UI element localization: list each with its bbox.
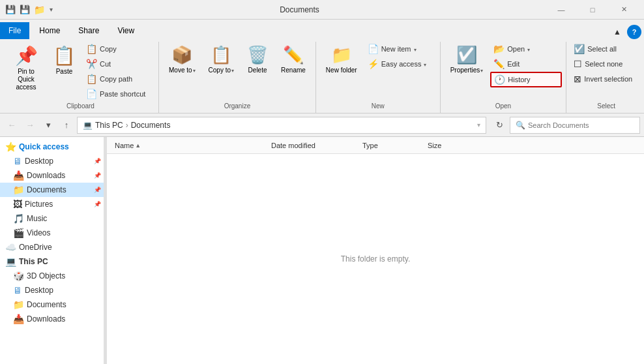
new-col: 📄 New item ▾ ⚡ Easy access ▾ — [364, 42, 436, 71]
column-size[interactable]: Size — [425, 142, 477, 149]
select-all-label: Select all — [587, 45, 617, 53]
videos-label: Videos — [27, 228, 101, 237]
downloads-label: Downloads — [27, 171, 90, 180]
downloads-pin-icon: 📌 — [94, 172, 101, 179]
desktop-pin-icon: 📌 — [94, 158, 101, 164]
quick-access-section-icon: ⭐ — [5, 142, 16, 152]
sidebar-item-downloads[interactable]: 📥 Downloads 📌 — [0, 168, 104, 183]
sidebar-item-documents2[interactable]: 📁 Documents — [0, 297, 104, 312]
copy-path-button[interactable]: 📋 Copy path — [83, 72, 154, 86]
open-label: Open ▾ — [507, 45, 530, 53]
open-label: Open — [445, 101, 563, 112]
ribbon-collapse-button[interactable]: ▲ — [610, 25, 624, 39]
ribbon-group-new: 📁 New folder 📄 New item ▾ ⚡ Easy access … — [316, 42, 441, 113]
open-button[interactable]: 📂 Open ▾ — [490, 42, 562, 56]
search-box[interactable]: 🔍 — [510, 117, 640, 134]
clipboard-col: 📋 Copy ✂️ Cut 📋 Copy path 📄 Paste shortc… — [83, 42, 154, 101]
search-input[interactable] — [528, 121, 634, 129]
tab-view[interactable]: View — [109, 22, 143, 39]
delete-button[interactable]: 🗑️ Delete — [241, 42, 274, 77]
sidebar-item-onedrive[interactable]: ☁️ OneDrive — [0, 240, 104, 254]
title-bar-icons: 💾 💾 📁 ▾ — [5, 5, 53, 15]
minimize-button[interactable]: — — [546, 0, 576, 20]
move-to-button[interactable]: 📦 Move to▾ — [163, 42, 201, 77]
paste-button[interactable]: 📋 Paste — [47, 42, 81, 78]
new-folder-icon: 📁 — [331, 45, 352, 65]
invert-selection-button[interactable]: ⊠ Invert selection — [570, 72, 642, 86]
back-button[interactable]: ← — [4, 117, 20, 133]
close-button[interactable]: ✕ — [609, 0, 639, 20]
clipboard-content: 📌 Pin to Quick access 📋 Paste 📋 Copy ✂️ … — [7, 42, 154, 101]
copy-button[interactable]: 📋 Copy — [83, 42, 154, 56]
select-none-button[interactable]: ☐ Select none — [570, 57, 642, 71]
pictures-pin-icon: 📌 — [94, 201, 101, 207]
sidebar-item-3dobjects[interactable]: 🎲 3D Objects — [0, 269, 104, 283]
tab-share[interactable]: Share — [70, 22, 108, 39]
copy-to-button[interactable]: 📋 Copy to▾ — [203, 42, 240, 77]
size-col-label: Size — [428, 142, 441, 149]
music-icon: 🎵 — [13, 213, 24, 224]
column-date[interactable]: Date modified — [269, 142, 360, 149]
history-label: History — [508, 76, 530, 83]
copy-label: Copy — [100, 45, 117, 53]
open-col: 📂 Open ▾ ✏️ Edit 🕐 History — [490, 42, 562, 87]
downloads2-icon: 📥 — [13, 314, 24, 324]
forward-button[interactable]: → — [22, 117, 38, 133]
maximize-button[interactable]: □ — [578, 0, 607, 20]
ribbon-group-clipboard: 📌 Pin to Quick access 📋 Paste 📋 Copy ✂️ … — [3, 42, 159, 113]
edit-button[interactable]: ✏️ Edit — [490, 57, 562, 71]
sidebar-item-pictures[interactable]: 🖼 Pictures 📌 — [0, 197, 104, 211]
sidebar-item-documents[interactable]: 📁 Documents 📌 — [0, 183, 104, 197]
documents-icon: 📁 — [13, 185, 24, 195]
file-content: This folder is empty. — [107, 154, 644, 364]
open-icon: 📂 — [493, 44, 505, 54]
rename-button[interactable]: ✏️ Rename — [275, 42, 312, 77]
paste-icon: 📋 — [53, 45, 76, 67]
edit-label: Edit — [507, 60, 520, 68]
rename-icon: ✏️ — [283, 45, 304, 65]
tab-home[interactable]: Home — [31, 22, 68, 39]
new-folder-button[interactable]: 📁 New folder — [320, 42, 363, 77]
history-button[interactable]: 🕐 History — [490, 72, 562, 87]
new-item-button[interactable]: 📄 New item ▾ — [364, 42, 436, 56]
sidebar-item-desktop[interactable]: 🖥 Desktop 📌 — [0, 154, 104, 168]
copy-to-icon: 📋 — [211, 45, 231, 65]
sidebar-item-downloads2[interactable]: 📥 Downloads — [0, 312, 104, 326]
help-button[interactable]: ? — [627, 25, 641, 39]
sidebar-item-desktop2[interactable]: 🖥 Desktop — [0, 283, 104, 297]
paste-shortcut-button[interactable]: 📄 Paste shortcut — [83, 87, 154, 101]
properties-button[interactable]: ☑️ Properties▾ — [445, 42, 490, 77]
recent-locations-button[interactable]: ▾ — [40, 117, 56, 133]
new-content: 📁 New folder 📄 New item ▾ ⚡ Easy access … — [320, 42, 436, 101]
address-path[interactable]: 💻 This PC › Documents ▾ — [77, 117, 486, 134]
column-type[interactable]: Type — [360, 142, 425, 149]
sidebar-item-videos[interactable]: 🎬 Videos — [0, 226, 104, 240]
pin-quick-access-button[interactable]: 📌 Pin to Quick access — [7, 42, 46, 95]
easy-access-button[interactable]: ⚡ Easy access ▾ — [364, 57, 436, 71]
select-col: ☑️ Select all ☐ Select none ⊠ Invert sel… — [570, 42, 642, 86]
delete-icon: 🗑️ — [247, 45, 268, 65]
sidebar-item-quick-access[interactable]: ⭐ Quick access — [0, 140, 104, 154]
date-col-label: Date modified — [271, 142, 315, 149]
ribbon-group-organize: 📦 Move to▾ 📋 Copy to▾ 🗑️ Delete ✏️ Renam… — [159, 42, 316, 113]
tab-file[interactable]: File — [0, 22, 29, 39]
refresh-button[interactable]: ↻ — [491, 117, 507, 133]
sidebar-item-music[interactable]: 🎵 Music — [0, 211, 104, 226]
select-all-button[interactable]: ☑️ Select all — [570, 42, 642, 56]
organize-content: 📦 Move to▾ 📋 Copy to▾ 🗑️ Delete ✏️ Renam… — [163, 42, 312, 101]
up-button[interactable]: ↑ — [59, 117, 74, 133]
paste-label: Paste — [56, 68, 73, 75]
column-name[interactable]: Name ▲ — [112, 142, 269, 149]
cut-button[interactable]: ✂️ Cut — [83, 57, 154, 71]
pictures-label: Pictures — [25, 200, 90, 209]
paste-shortcut-icon: 📄 — [86, 89, 97, 99]
folder-icon: 📁 — [34, 5, 44, 15]
documents-pin-icon: 📌 — [94, 187, 101, 193]
select-none-label: Select none — [585, 60, 622, 68]
sidebar-item-thispc[interactable]: 💻 This PC — [0, 254, 104, 269]
type-col-label: Type — [362, 142, 378, 149]
path-dropdown[interactable]: ▾ — [477, 121, 480, 129]
thispc-icon: 💻 — [5, 256, 16, 267]
select-content: ☑️ Select all ☐ Select none ⊠ Invert sel… — [570, 42, 642, 101]
copy-icon: 📋 — [86, 44, 97, 54]
